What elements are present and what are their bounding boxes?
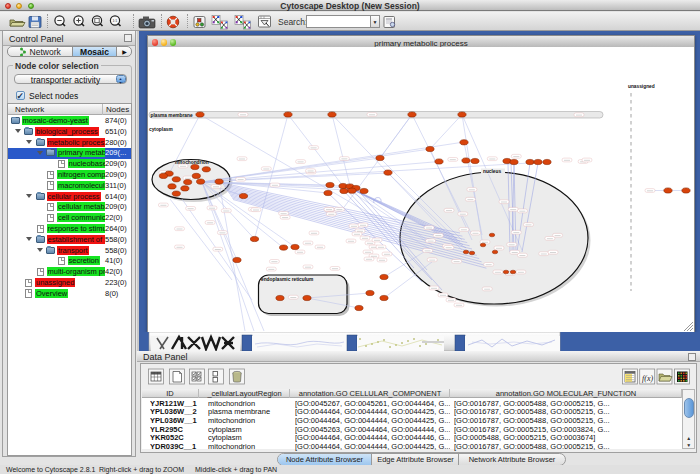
svg-text:mitochondrion: mitochondrion bbox=[175, 160, 209, 165]
svg-text:f(x): f(x) bbox=[642, 374, 653, 383]
svg-text:cytoplasm: cytoplasm bbox=[149, 127, 173, 132]
svg-text:nucleus: nucleus bbox=[483, 169, 501, 174]
svg-text:unassigned: unassigned bbox=[628, 84, 655, 89]
svg-text:plasma membrane: plasma membrane bbox=[151, 113, 193, 118]
svg-text:1:1: 1:1 bbox=[112, 19, 117, 23]
svg-text:endoplasmic reticulum: endoplasmic reticulum bbox=[261, 277, 313, 282]
